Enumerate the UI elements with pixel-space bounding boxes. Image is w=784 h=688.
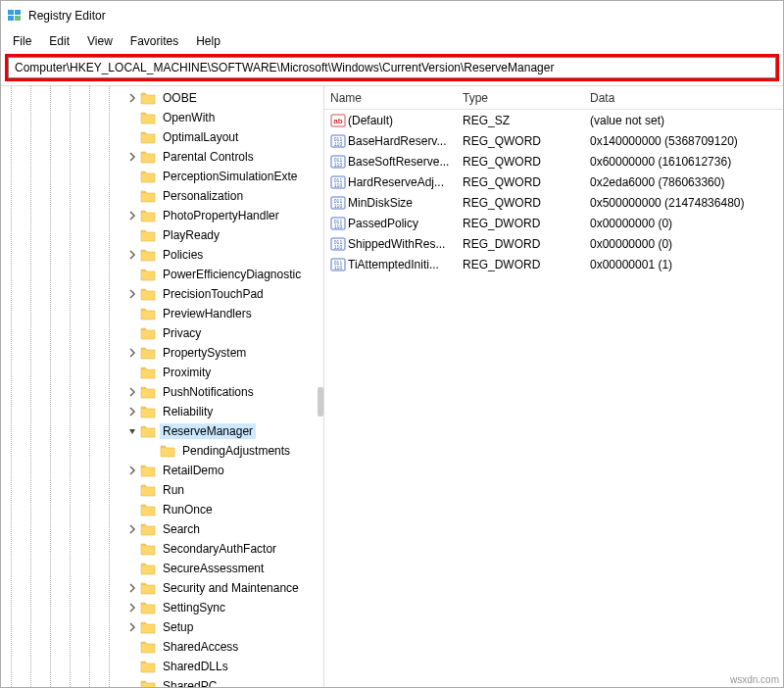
tree-label[interactable]: PendingAdjustments	[179, 443, 293, 459]
tree-label[interactable]: OpenWith	[160, 110, 218, 125]
col-data[interactable]: Data	[584, 89, 783, 107]
tree-label[interactable]: Privacy	[160, 325, 204, 341]
tree-label[interactable]: RunOnce	[160, 502, 216, 517]
tree-label[interactable]: Policies	[160, 247, 206, 263]
col-name[interactable]: Name	[324, 89, 457, 107]
tree-item[interactable]: RetailDemo	[1, 461, 323, 480]
tree-item[interactable]: Personalization	[1, 186, 323, 206]
tree-label[interactable]: PushNotifications	[160, 384, 257, 400]
splitter-handle[interactable]	[318, 387, 323, 417]
tree-item[interactable]: Search	[1, 519, 323, 539]
value-type: REG_QWORD	[457, 133, 584, 149]
tree-label[interactable]: PlayReady	[160, 227, 222, 243]
list-pane[interactable]: Name Type Data ab(Default)REG_SZ(value n…	[324, 86, 783, 687]
chevron-right-icon[interactable]	[126, 92, 138, 104]
tree-label[interactable]: RetailDemo	[160, 463, 227, 478]
chevron-right-icon[interactable]	[126, 347, 138, 359]
tree-item[interactable]: SharedAccess	[1, 637, 323, 657]
tree-item[interactable]: PhotoPropertyHandler	[1, 206, 323, 225]
tree-label[interactable]: SharedDLLs	[160, 659, 231, 674]
menu-file[interactable]: File	[5, 32, 39, 50]
tree-label[interactable]: Proximity	[160, 365, 214, 380]
menu-favorites[interactable]: Favorites	[122, 32, 186, 50]
chevron-down-icon[interactable]	[126, 425, 138, 437]
chevron-right-icon[interactable]	[126, 288, 138, 300]
value-name: BaseHardReserv...	[348, 134, 446, 148]
tree-label[interactable]: OOBE	[160, 90, 200, 106]
tree-label[interactable]: Reliability	[160, 404, 216, 419]
tree-item[interactable]: SecondaryAuthFactor	[1, 539, 323, 559]
tree-label[interactable]: Personalization	[160, 188, 246, 204]
tree-item[interactable]: Policies	[1, 245, 323, 265]
chevron-right-icon[interactable]	[126, 602, 138, 614]
tree-label[interactable]: ReserveManager	[160, 423, 256, 439]
list-row[interactable]: 011110TiAttemptedIniti...REG_DWORD0x0000…	[324, 254, 783, 274]
menu-view[interactable]: View	[79, 32, 121, 50]
menu-help[interactable]: Help	[188, 32, 228, 50]
tree-item[interactable]: SettingSync	[1, 598, 323, 617]
tree-item[interactable]: PendingAdjustments	[1, 441, 323, 461]
list-row[interactable]: 011110BaseSoftReserve...REG_QWORD0x60000…	[324, 151, 783, 172]
tree-label[interactable]: PhotoPropertyHandler	[160, 208, 282, 223]
tree-item[interactable]: Setup	[1, 617, 323, 637]
tree-item[interactable]: Security and Maintenance	[1, 578, 323, 598]
tree-item[interactable]: Privacy	[1, 323, 323, 343]
chevron-right-icon[interactable]	[126, 249, 138, 261]
tree-label[interactable]: SettingSync	[160, 600, 228, 615]
list-row[interactable]: 011110HardReserveAdj...REG_QWORD0x2eda60…	[324, 172, 783, 192]
tree-label[interactable]: PowerEfficiencyDiagnostic	[160, 267, 304, 282]
tree-item[interactable]: RunOnce	[1, 500, 323, 519]
list-row[interactable]: 011110BaseHardReserv...REG_QWORD0x140000…	[324, 130, 783, 151]
list-row[interactable]: 011110ShippedWithRes...REG_DWORD0x000000…	[324, 233, 783, 254]
tree-item[interactable]: PowerEfficiencyDiagnostic	[1, 265, 323, 284]
menu-edit[interactable]: Edit	[41, 32, 77, 50]
tree-label[interactable]: PropertySystem	[160, 345, 249, 361]
tree-item[interactable]: SharedDLLs	[1, 657, 323, 676]
tree-label[interactable]: Parental Controls	[160, 149, 257, 165]
tree-item[interactable]: SharedPC	[1, 676, 323, 687]
tree-item[interactable]: PerceptionSimulationExte	[1, 167, 323, 186]
tree-item[interactable]: PlayReady	[1, 225, 323, 245]
tree-label[interactable]: OptimalLayout	[160, 129, 241, 145]
tree-item[interactable]: SecureAssessment	[1, 559, 323, 578]
tree-label[interactable]: PreviewHandlers	[160, 306, 255, 321]
col-type[interactable]: Type	[457, 89, 584, 107]
tree-item[interactable]: PushNotifications	[1, 382, 323, 402]
tree-label[interactable]: PrecisionTouchPad	[160, 286, 267, 302]
tree-item[interactable]: OptimalLayout	[1, 127, 323, 147]
list-row[interactable]: ab(Default)REG_SZ(value not set)	[324, 110, 783, 130]
chevron-right-icon[interactable]	[126, 406, 138, 418]
list-row[interactable]: 011110MinDiskSizeREG_QWORD0x500000000 (2…	[324, 192, 783, 213]
tree-pane[interactable]: OOBEOpenWithOptimalLayoutParental Contro…	[1, 86, 324, 687]
tree-item[interactable]: Parental Controls	[1, 147, 323, 167]
tree-item[interactable]: OpenWith	[1, 108, 323, 127]
chevron-right-icon[interactable]	[126, 621, 138, 633]
tree-item[interactable]: PreviewHandlers	[1, 304, 323, 323]
expander-none	[126, 308, 138, 319]
chevron-right-icon[interactable]	[126, 465, 138, 476]
chevron-right-icon[interactable]	[126, 210, 138, 221]
tree-item[interactable]: ReserveManager	[1, 421, 323, 441]
tree-label[interactable]: PerceptionSimulationExte	[160, 169, 300, 184]
tree-item[interactable]: OOBE	[1, 88, 323, 108]
binary-value-icon: 011110	[330, 195, 346, 211]
tree-label[interactable]: SecureAssessment	[160, 561, 267, 576]
chevron-right-icon[interactable]	[126, 151, 138, 163]
address-bar[interactable]: Computer\HKEY_LOCAL_MACHINE\SOFTWARE\Mic…	[8, 57, 776, 78]
tree-label[interactable]: SharedPC	[160, 678, 220, 687]
chevron-right-icon[interactable]	[126, 386, 138, 398]
tree-item[interactable]: PrecisionTouchPad	[1, 284, 323, 304]
tree-item[interactable]: Reliability	[1, 402, 323, 421]
tree-label[interactable]: SecondaryAuthFactor	[160, 541, 279, 557]
tree-label[interactable]: SharedAccess	[160, 639, 241, 655]
list-row[interactable]: 011110PassedPolicyREG_DWORD0x00000000 (0…	[324, 213, 783, 233]
tree-label[interactable]: Search	[160, 521, 203, 537]
tree-item[interactable]: PropertySystem	[1, 343, 323, 363]
tree-label[interactable]: Run	[160, 482, 187, 498]
chevron-right-icon[interactable]	[126, 582, 138, 594]
tree-label[interactable]: Setup	[160, 619, 196, 635]
chevron-right-icon[interactable]	[126, 523, 138, 535]
tree-item[interactable]: Proximity	[1, 363, 323, 382]
tree-item[interactable]: Run	[1, 480, 323, 500]
tree-label[interactable]: Security and Maintenance	[160, 580, 302, 596]
